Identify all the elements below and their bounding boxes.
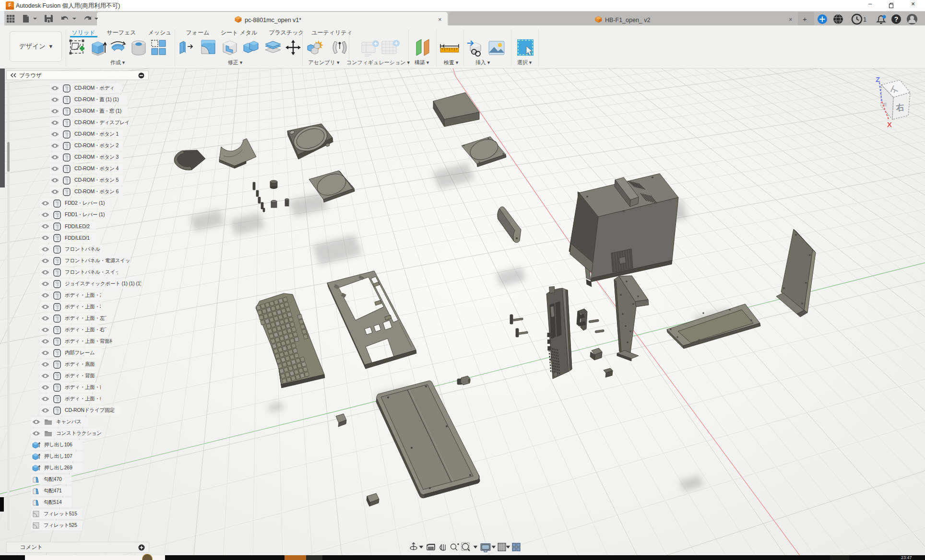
svg-text:?: ? (894, 15, 899, 23)
svg-text:右: 右 (895, 103, 905, 113)
svg-text:F: F (8, 2, 11, 8)
svg-text:X: X (887, 120, 892, 128)
svg-text:Z: Z (876, 75, 880, 83)
svg-text:1: 1 (863, 16, 866, 23)
